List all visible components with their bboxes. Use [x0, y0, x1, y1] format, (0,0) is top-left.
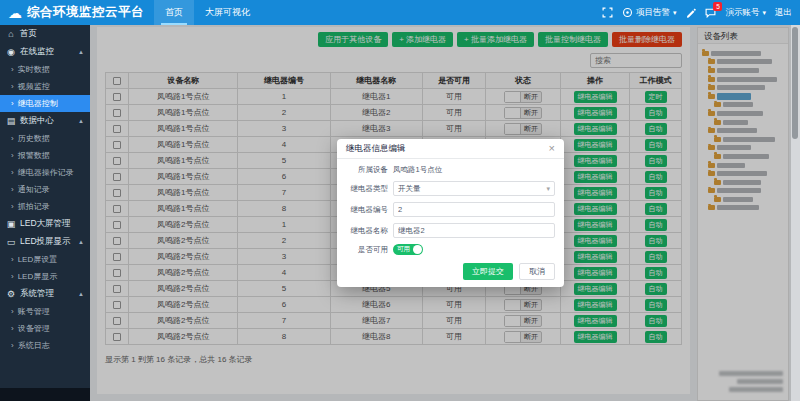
- led-icon: ▣: [6, 219, 16, 229]
- vertical-scrollbar[interactable]: [791, 25, 800, 401]
- device-field-value: 凤鸣路1号点位: [393, 165, 442, 175]
- chevron-right-icon: ›: [11, 341, 14, 350]
- sidebar-item-label: LED投屏显示: [20, 236, 71, 248]
- sidebar-item-label: 报警数据: [18, 150, 50, 161]
- chevron-right-icon: ›: [11, 255, 14, 264]
- sidebar-item-label: LED大屏管理: [20, 218, 71, 230]
- available-toggle[interactable]: 可用: [393, 244, 423, 255]
- sidebar-item-LED大屏管理[interactable]: ▣LED大屏管理: [0, 215, 90, 233]
- chevron-right-icon: ›: [11, 324, 14, 333]
- relay-type-select[interactable]: 开关量 ▾: [393, 181, 555, 196]
- message-icon[interactable]: 5: [705, 7, 716, 18]
- home-icon: ⌂: [6, 29, 16, 39]
- sidebar-item-label: LED屏显示: [18, 271, 58, 282]
- modal-body: 所属设备 凤鸣路1号点位 继电器类型 开关量 ▾ 继电器编号 继电器名称 是否可…: [337, 159, 564, 255]
- edit-pen-icon[interactable]: [685, 7, 696, 18]
- chevron-down-icon: ▾: [762, 9, 766, 17]
- sidebar-item-LED屏显示[interactable]: ›LED屏显示: [0, 268, 90, 285]
- chevron-right-icon: ›: [11, 168, 14, 177]
- sidebar-item-系统日志[interactable]: ›系统日志: [0, 337, 90, 354]
- sidebar-item-label: 数据中心: [20, 115, 54, 127]
- sidebar-item-label: 继电器控制: [18, 98, 58, 109]
- top-right-tools: 项目告警 ▾ 5 演示账号 ▾ 退出: [602, 7, 800, 19]
- app-title: 综合环境监控云平台: [27, 4, 144, 21]
- sidebar-item-抓拍记录[interactable]: ›抓拍记录: [0, 198, 90, 215]
- chevron-right-icon: ›: [11, 307, 14, 316]
- sidebar-item-label: 通知记录: [18, 184, 50, 195]
- cloud-logo-icon: ☁: [8, 6, 22, 20]
- name-field-label: 继电器名称: [346, 226, 388, 236]
- account-menu[interactable]: 演示账号 ▾: [725, 7, 766, 19]
- sidebar-item-报警数据[interactable]: ›报警数据: [0, 147, 90, 164]
- alarm-icon: [622, 7, 633, 18]
- device-field-label: 所属设备: [346, 165, 388, 175]
- chevron-up-icon: ▲: [78, 291, 84, 297]
- chevron-right-icon: ›: [11, 151, 14, 160]
- data-icon: ▤: [6, 116, 16, 126]
- fullscreen-icon[interactable]: [602, 7, 613, 18]
- avail-field-label: 是否可用: [346, 245, 388, 255]
- sidebar: ⌂首页◉在线监控▲›实时数据›视频监控›继电器控制▤数据中心▲›历史数据›报警数…: [0, 25, 90, 401]
- chevron-right-icon: ›: [11, 99, 14, 108]
- sidebar-item-label: 系统管理: [20, 288, 54, 300]
- relay-type-value: 开关量: [398, 184, 421, 194]
- sidebar-item-在线监控[interactable]: ◉在线监控▲: [0, 43, 90, 61]
- type-field-label: 继电器类型: [346, 184, 388, 194]
- chevron-down-icon: ▾: [673, 9, 677, 17]
- sidebar-item-label: 继电器操作记录: [18, 167, 74, 178]
- modal-title: 继电器信息编辑: [346, 143, 406, 155]
- sidebar-item-label: 视频监控: [18, 81, 50, 92]
- top-nav-item-0[interactable]: 首页: [154, 0, 194, 25]
- sidebar-item-label: 历史数据: [18, 133, 50, 144]
- scrollbar-thumb[interactable]: [792, 27, 798, 139]
- cancel-button[interactable]: 取消: [519, 263, 555, 280]
- submit-button[interactable]: 立即提交: [463, 263, 513, 280]
- chevron-up-icon: ▲: [78, 239, 84, 245]
- chevron-up-icon: ▲: [78, 118, 84, 124]
- sidebar-item-系统管理[interactable]: ⚙系统管理▲: [0, 285, 90, 303]
- chevron-down-icon: ▾: [546, 185, 550, 193]
- sidebar-item-继电器操作记录[interactable]: ›继电器操作记录: [0, 164, 90, 181]
- sidebar-menu: ⌂首页◉在线监控▲›实时数据›视频监控›继电器控制▤数据中心▲›历史数据›报警数…: [0, 25, 90, 354]
- chevron-right-icon: ›: [11, 202, 14, 211]
- chevron-right-icon: ›: [11, 272, 14, 281]
- sidebar-item-设备管理[interactable]: ›设备管理: [0, 320, 90, 337]
- sidebar-item-label: 账号管理: [18, 306, 50, 317]
- sidebar-item-数据中心[interactable]: ▤数据中心▲: [0, 112, 90, 130]
- sidebar-item-label: 在线监控: [20, 46, 54, 58]
- modal-header: 继电器信息编辑 ×: [337, 139, 564, 159]
- app-root: ☁ 综合环境监控云平台 首页大屏可视化 项目告警 ▾ 5 演示账号 ▾: [0, 0, 800, 401]
- sidebar-item-账号管理[interactable]: ›账号管理: [0, 303, 90, 320]
- alarm-label: 项目告警: [636, 7, 670, 19]
- num-field-label: 继电器编号: [346, 205, 388, 215]
- online-icon: ◉: [6, 47, 16, 57]
- sidebar-item-label: 实时数据: [18, 64, 50, 75]
- top-header: ☁ 综合环境监控云平台 首页大屏可视化 项目告警 ▾ 5 演示账号 ▾: [0, 0, 800, 25]
- sidebar-item-视频监控[interactable]: ›视频监控: [0, 78, 90, 95]
- relay-name-input[interactable]: [393, 223, 555, 238]
- sidebar-item-LED屏设置[interactable]: ›LED屏设置: [0, 251, 90, 268]
- cast-icon: ▭: [6, 237, 16, 247]
- top-nav: 首页大屏可视化: [154, 0, 261, 25]
- sidebar-item-label: LED屏设置: [18, 254, 58, 265]
- sidebar-item-label: 设备管理: [18, 323, 50, 334]
- top-nav-item-1[interactable]: 大屏可视化: [194, 0, 261, 25]
- sidebar-item-实时数据[interactable]: ›实时数据: [0, 61, 90, 78]
- toggle-label: 可用: [397, 245, 410, 254]
- chevron-right-icon: ›: [11, 65, 14, 74]
- sidebar-item-LED投屏显示[interactable]: ▭LED投屏显示▲: [0, 233, 90, 251]
- close-icon[interactable]: ×: [549, 143, 555, 154]
- sidebar-item-继电器控制[interactable]: ›继电器控制: [0, 95, 90, 112]
- gear-icon: ⚙: [6, 289, 16, 299]
- sidebar-item-历史数据[interactable]: ›历史数据: [0, 130, 90, 147]
- modal-footer: 立即提交 取消: [463, 263, 555, 280]
- chevron-up-icon: ▲: [78, 49, 84, 55]
- sidebar-item-label: 系统日志: [18, 340, 50, 351]
- sidebar-item-通知记录[interactable]: ›通知记录: [0, 181, 90, 198]
- sidebar-item-label: 首页: [20, 28, 37, 40]
- relay-num-input[interactable]: [393, 202, 555, 217]
- sidebar-collapse-bar[interactable]: [0, 388, 90, 401]
- logout-button[interactable]: 退出: [775, 7, 792, 19]
- sidebar-item-首页[interactable]: ⌂首页: [0, 25, 90, 43]
- project-alarm-menu[interactable]: 项目告警 ▾: [622, 7, 677, 19]
